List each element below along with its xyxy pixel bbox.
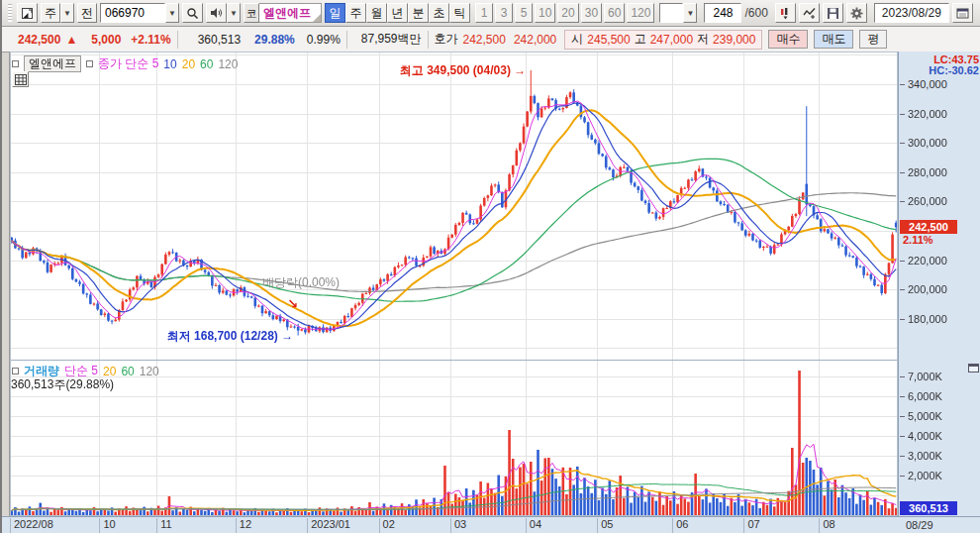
current-price-pct: 2.11% xyxy=(903,234,933,246)
tab-분[interactable]: 분 xyxy=(408,3,429,23)
popout-window-icon xyxy=(21,7,34,20)
preset-3[interactable]: 3 xyxy=(495,3,513,23)
stock-search-button[interactable] xyxy=(182,3,203,23)
volume-checkbox[interactable] xyxy=(12,368,19,374)
time-axis[interactable]: 08/29 2022/081011122023/0102030405060708 xyxy=(2,516,980,533)
legend-stock-name: 엘앤에프 xyxy=(24,55,81,72)
hc-indicator: HC:-30.62 xyxy=(929,64,979,76)
buy-button[interactable]: 매수 xyxy=(768,30,808,49)
price-volume-chart-canvas[interactable] xyxy=(2,52,980,533)
last-date-label: 08/29 xyxy=(906,519,933,531)
lowest-arrow-icon: → xyxy=(281,328,293,342)
volume-axis-label: 5,000K xyxy=(908,410,942,422)
tab-월[interactable]: 월 xyxy=(366,3,387,23)
custom-minute-field[interactable] xyxy=(659,3,683,23)
legend-vol-ma120: 120 xyxy=(140,365,159,378)
candle-settings-button[interactable] xyxy=(775,3,796,23)
sound-button[interactable] xyxy=(206,3,227,23)
preset-120[interactable]: 120 xyxy=(627,3,654,23)
time-axis-label: 04 xyxy=(526,518,541,533)
sell-button[interactable]: 매도 xyxy=(814,30,853,49)
tab-초[interactable]: 초 xyxy=(429,3,449,23)
legend-ma60: 60 xyxy=(200,57,213,71)
bid-price: 242,000 xyxy=(514,33,556,47)
ohl-box: 시 245,500 고 247,000 저 239,000 xyxy=(564,30,762,50)
tab-주[interactable]: 주 xyxy=(345,3,366,23)
tab-일[interactable]: 일 xyxy=(325,3,345,23)
toolbar-grip[interactable] xyxy=(8,4,12,22)
high-price: 247,000 xyxy=(650,33,693,47)
time-axis-label: 12 xyxy=(236,518,251,533)
stock-name-label: 엘앤에프 xyxy=(259,3,322,23)
current-price: 242,500 xyxy=(18,33,60,47)
preset-10[interactable]: 10 xyxy=(535,3,555,23)
search-icon xyxy=(186,7,199,20)
turnover-ratio: 0.99% xyxy=(307,33,341,47)
preset-1[interactable]: 1 xyxy=(475,3,493,23)
grid-icon xyxy=(15,74,27,85)
grid-tool-button[interactable] xyxy=(12,71,29,87)
avg-button[interactable]: 평 xyxy=(859,30,887,49)
time-axis-label: 06 xyxy=(672,518,688,533)
lowest-price-text: 최저 168,700 (12/28) xyxy=(167,328,278,342)
legend-vol-ma60: 60 xyxy=(121,365,134,378)
quote-label: 호가 xyxy=(435,31,458,48)
candle-adjust-icon xyxy=(779,7,792,20)
time-axis-label: 08 xyxy=(819,518,834,533)
time-axis-label: 10 xyxy=(99,518,115,533)
volume-pane-expand-icon[interactable] xyxy=(968,364,979,373)
price-axis-label: 220,000 xyxy=(908,255,947,266)
volume-ratio: 29.88% xyxy=(254,33,295,47)
open-label: 시 xyxy=(571,31,583,48)
price-axis-label: 180,000 xyxy=(908,313,947,325)
popout-window-button[interactable] xyxy=(17,3,38,23)
time-axis-label: 02 xyxy=(379,518,395,533)
time-axis-label: 07 xyxy=(743,518,759,533)
high-label: 고 xyxy=(635,31,646,48)
save-button[interactable] xyxy=(823,3,843,23)
preset-5[interactable]: 5 xyxy=(515,3,533,23)
preset-30[interactable]: 30 xyxy=(581,3,602,23)
low-label: 저 xyxy=(697,31,709,48)
ma-checkbox[interactable] xyxy=(86,60,93,67)
tab-틱[interactable]: 틱 xyxy=(449,3,470,23)
stock-code-input[interactable] xyxy=(100,3,165,23)
price-axis-panel[interactable]: LC:43.75 HC:-30.62 242,500 2.11% 360,513… xyxy=(898,52,980,516)
tab-년[interactable]: 년 xyxy=(387,3,408,23)
line-tool-button[interactable] xyxy=(799,3,820,23)
market-prefix-badge[interactable]: 코 xyxy=(244,3,259,23)
settings-button[interactable] xyxy=(846,3,867,23)
stock-code-dropdown[interactable]: ▼ xyxy=(165,3,179,23)
series-checkbox[interactable] xyxy=(12,60,19,67)
calendar-button[interactable] xyxy=(952,3,973,23)
custom-minute-dropdown[interactable]: ▼ xyxy=(683,3,697,23)
previous-stock-button[interactable]: 전 xyxy=(77,3,97,23)
date-field[interactable]: 2023/08/29 xyxy=(874,3,949,23)
volume-summary: 360,513주(29.88%) xyxy=(11,376,114,393)
quote-info-bar: 242,500 ▲ 5,000 +2.11% 360,513 29.88% 0.… xyxy=(2,27,980,53)
volume-axis-label: 6,000K xyxy=(908,390,942,402)
ex-dividend-marker-icon: ↘ xyxy=(287,295,298,310)
period-type-dropdown[interactable]: ▼ xyxy=(60,3,74,23)
stock-chart-window: 주 ▼ 전 ▼ ▼ 코 엘앤에프 일주월년분초틱 13510203060120 xyxy=(0,0,980,533)
time-axis-label: 11 xyxy=(156,518,171,533)
time-axis-label: 05 xyxy=(597,518,613,533)
preset-60[interactable]: 60 xyxy=(604,3,625,23)
legend-ma120: 120 xyxy=(218,57,238,71)
price-axis-label: 300,000 xyxy=(908,137,947,149)
period-type-button[interactable]: 주 xyxy=(41,3,60,23)
sound-dropdown[interactable]: ▼ xyxy=(227,3,241,23)
volume-axis-label: 2,000K xyxy=(908,470,942,481)
minute-preset-buttons: 13510203060120 xyxy=(475,3,654,23)
bar-count-input[interactable] xyxy=(704,3,741,23)
gear-icon xyxy=(850,7,863,20)
trade-value: 87,959백만 xyxy=(361,31,422,48)
volume-axis-label: 4,000K xyxy=(908,430,942,442)
price-change: 5,000 xyxy=(91,33,121,47)
ask-price: 242,500 xyxy=(463,33,506,47)
highest-arrow-icon: → xyxy=(514,62,526,76)
price-axis-label: 340,000 xyxy=(908,78,947,90)
highest-price-annotation: 최고 349,500 (04/03) → xyxy=(400,61,526,78)
highest-price-text: 최고 349,500 (04/03) xyxy=(400,62,511,76)
preset-20[interactable]: 20 xyxy=(557,3,578,23)
